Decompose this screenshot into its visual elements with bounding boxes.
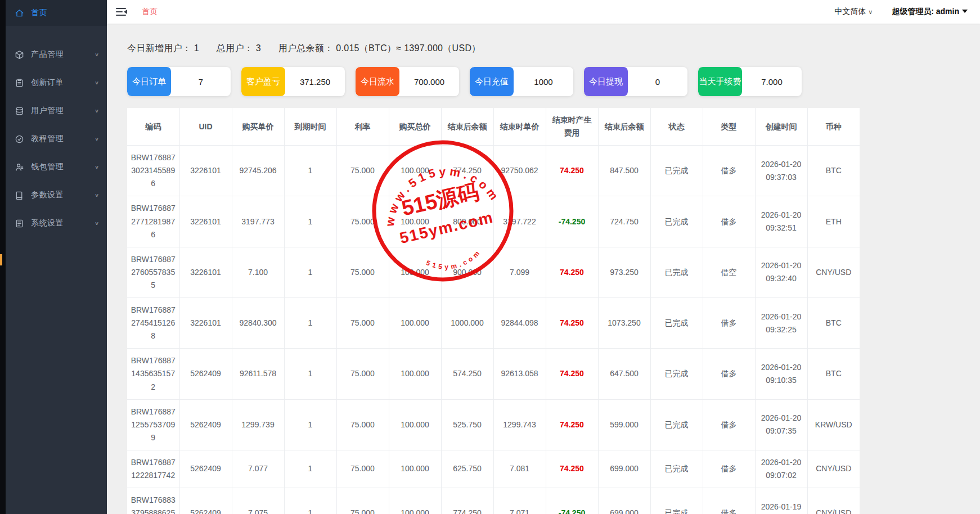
table-cell: 7.077 [232,450,284,488]
table-header-cell: UID [179,108,232,146]
sidebar-item-home[interactable]: 首页 [6,0,107,26]
card-today-fees: 当天手续费 7.000 [698,67,802,96]
table-cell: 7.081 [493,450,546,488]
table-cell: 774.250 [441,146,493,196]
sidebar-item-parameters[interactable]: 参数设置 ∨ [6,181,107,209]
table-cell: 1 [284,349,336,399]
table-header-cell: 结束时产生费用 [546,108,598,146]
sidebar-item-system[interactable]: 系统设置 ∨ [6,209,107,237]
chevron-down-icon: ∨ [95,192,99,198]
table-header-row: 编码UID购买单价到期时间利率购买总价结束后余额结束时单价结束时产生费用结束后余… [127,108,860,146]
table-cell: 1 [284,247,336,297]
card-value: 371.250 [285,67,345,96]
table-cell: 已完成 [650,488,703,514]
table-cell: 75.000 [336,450,389,488]
table-cell: 1 [284,488,336,514]
card-label: 今日流水 [356,67,399,96]
new-users-value: 1 [194,43,199,53]
table-cell: BRW17688727605578355 [127,247,179,297]
table-cell: 74.250 [546,399,598,450]
table-cell: 100.000 [389,298,441,349]
table-cell: 2026-01-20 09:07:35 [755,399,807,450]
sidebar-item-users[interactable]: 用户管理 ∨ [6,97,107,125]
table-cell: 借多 [703,298,755,349]
sidebar-item-wallets[interactable]: 钱包管理 ∨ [6,153,107,181]
card-today-orders: 今日订单 7 [127,67,231,96]
table-cell: 3226101 [179,247,232,297]
table-cell: 借多 [703,488,755,514]
table-cell: 647.500 [598,349,650,399]
person-icon [15,163,24,172]
table-cell: 2026-01-20 09:32:25 [755,298,807,349]
table-cell: 1 [284,146,336,196]
sidebar-item-label: 教程管理 [31,134,95,144]
table-cell: 574.250 [441,349,493,399]
card-value: 7 [171,67,231,96]
table-cell: 75.000 [336,298,389,349]
table-cell: 900.000 [441,247,493,297]
table-cell: 800.000 [441,196,493,247]
table-cell: 625.750 [441,450,493,488]
table-cell: 75.000 [336,399,389,450]
language-selector[interactable]: 中文简体∨ [834,7,873,17]
sidebar-item-tutorials[interactable]: 教程管理 ∨ [6,125,107,153]
table-cell: 973.250 [598,247,650,297]
table-cell: -74.250 [546,488,598,514]
table-cell: 已完成 [650,399,703,450]
table-cell: 1 [284,298,336,349]
admin-dropdown[interactable]: 超级管理员: admin [892,7,968,17]
table-cell: 100.000 [389,349,441,399]
sidebar-item-orders[interactable]: 创新订单 ∨ [6,69,107,97]
table-cell: 已完成 [650,298,703,349]
table-cell: 已完成 [650,196,703,247]
table-cell: BTC [807,349,860,399]
table-cell: CNY/USD [807,450,860,488]
chevron-down-icon: ∨ [95,164,99,170]
breadcrumb[interactable]: 首页 [142,7,158,17]
table-cell: 100.000 [389,450,441,488]
table-cell: 3197.773 [232,196,284,247]
card-today-deposit: 今日充值 1000 [470,67,573,96]
table-cell: 74.250 [546,247,598,297]
orders-table-wrap: 编码UID购买单价到期时间利率购买总价结束后余额结束时单价结束时产生费用结束后余… [127,108,860,514]
stat-cards: 今日订单 7 客户盈亏 371.250 今日流水 700.000 今日充值 10… [127,67,966,96]
book-icon [15,191,24,200]
sidebar-item-products[interactable]: 产品管理 ∨ [6,40,107,69]
table-cell: 75.000 [336,349,389,399]
table-cell: CNY/USD [807,488,860,514]
table-cell: ETH [807,196,860,247]
table-cell: 已完成 [650,146,703,196]
chevron-down-icon: ∨ [95,220,99,226]
sidebar-item-label: 系统设置 [31,218,95,228]
table-header-cell: 类型 [703,108,755,146]
card-today-withdraw: 今日提现 0 [584,67,687,96]
table-cell: 2026-01-20 09:32:51 [755,196,807,247]
sidebar-item-label: 参数设置 [31,190,95,200]
card-value: 0 [628,67,687,96]
topbar: 首页 中文简体∨ 超级管理员: admin [107,0,980,24]
card-value: 7.000 [742,67,802,96]
compass-icon [15,134,24,144]
table-cell: 3197.722 [493,196,546,247]
main-area: 首页 中文简体∨ 超级管理员: admin 今日新增用户： 1 总用户： 3 用… [107,0,980,514]
collapse-menu-icon[interactable] [116,7,127,16]
table-cell: 74.250 [546,146,598,196]
table-cell: 1 [284,399,336,450]
table-cell: 525.750 [441,399,493,450]
table-cell: 借多 [703,349,755,399]
table-cell: 2026-01-20 09:32:40 [755,247,807,297]
table-cell: 2026-01-20 09:10:35 [755,349,807,399]
table-cell: BRW17688730231455896 [127,146,179,196]
table-cell: 100.000 [389,146,441,196]
table-header-cell: 编码 [127,108,179,146]
table-cell: 100.000 [389,399,441,450]
table-cell: BRW1768871222817742 [127,450,179,488]
rail-scroll-indicator [0,254,2,265]
chevron-down-icon: ∨ [95,80,99,85]
table-row: BRW17688730231455896322610192745.206175.… [127,146,860,196]
table-cell: 75.000 [336,146,389,196]
table-cell: 92613.058 [493,349,546,399]
table-cell: 借多 [703,146,755,196]
table-cell: 1299.739 [232,399,284,450]
table-cell: 92750.062 [493,146,546,196]
